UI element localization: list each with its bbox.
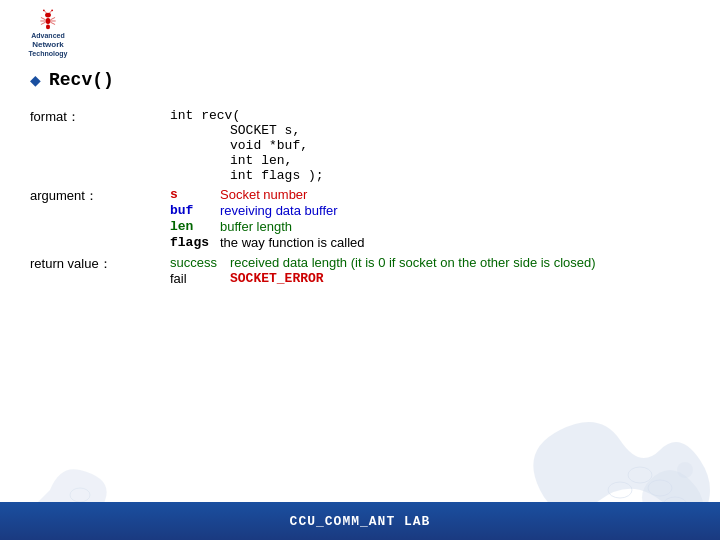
arg-flags-desc: the way function is called [220,235,365,250]
return-fail-row: fail SOCKET_ERROR [170,271,596,286]
svg-point-12 [51,9,53,11]
svg-point-0 [45,13,51,18]
return-label: return value： [30,255,170,273]
arg-len-name: len [170,219,220,234]
bottom-bar-text: CCU_COMM_ANT LAB [290,514,431,529]
svg-point-2 [46,25,50,30]
format-params: SOCKET s, void *buf, int len, int flags … [170,123,690,183]
argument-values: s Socket number buf reveiving data buffe… [170,187,365,251]
section-heading: Recv() [49,70,114,90]
bullet-diamond: ◆ [30,72,41,88]
format-value: int recv( SOCKET s, void *buf, int len, … [170,108,690,183]
ant-icon [28,8,68,32]
format-row: format： int recv( SOCKET s, void *buf, i… [30,108,690,183]
bottom-bar: CCU_COMM_ANT LAB [0,502,720,540]
logo-text: Advanced Network Technology [29,32,68,58]
svg-line-3 [41,17,46,19]
arg-s-row: s Socket number [170,187,365,202]
arg-buf-desc: reveiving data buffer [220,203,338,218]
format-label: format： [30,108,170,126]
svg-line-6 [50,17,55,19]
argument-section: argument： s Socket number buf reveiving … [30,187,690,251]
return-success-desc: received data length (it is 0 if socket … [230,255,596,270]
svg-line-5 [41,22,46,24]
arg-s-name: s [170,187,220,202]
main-content: ◆ Recv() format： int recv( SOCKET s, voi… [30,70,690,287]
return-success-keyword: success [170,255,230,270]
svg-point-13 [677,462,693,478]
arg-flags-row: flags the way function is called [170,235,365,250]
svg-point-1 [46,18,51,24]
return-success-row: success received data length (it is 0 if… [170,255,596,270]
return-values: success received data length (it is 0 if… [170,255,596,286]
arg-buf-name: buf [170,203,220,218]
arg-len-row: len buffer length [170,219,365,234]
arg-s-desc: Socket number [220,187,307,202]
return-fail-keyword: fail [170,271,230,286]
return-section: return value： success received data leng… [30,255,690,286]
logo: Advanced Network Technology [8,8,88,58]
svg-point-11 [43,9,45,11]
arg-flags-name: flags [170,235,220,250]
argument-label: argument： [30,187,170,205]
section-title: ◆ Recv() [30,70,690,90]
return-fail-desc: SOCKET_ERROR [230,271,324,286]
svg-line-8 [50,22,55,24]
arg-len-desc: buffer length [220,219,292,234]
arg-buf-row: buf reveiving data buffer [170,203,365,218]
